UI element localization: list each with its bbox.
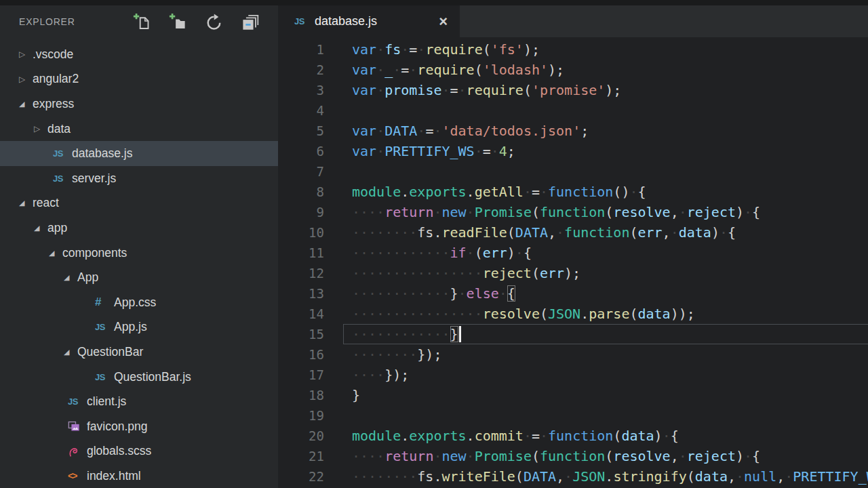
code-line-7[interactable]: 7 <box>278 161 868 182</box>
js-file-icon: JS <box>53 174 72 184</box>
file-label: react <box>33 196 59 210</box>
tree-item-app[interactable]: ◢App <box>0 265 278 290</box>
tree-item-vscode[interactable]: ▷.vscode <box>0 42 278 67</box>
code-line-19[interactable]: 19 <box>278 405 868 426</box>
collapse-all-button[interactable] <box>241 13 259 31</box>
code-line-15[interactable]: 15············} <box>278 324 868 344</box>
explorer-sidebar: EXPLORER <box>0 5 278 488</box>
line-number[interactable]: 9 <box>278 202 324 222</box>
line-number[interactable]: 1 <box>278 39 324 60</box>
code-line-9[interactable]: 9····return·new·Promise(function(resolve… <box>278 202 868 222</box>
refresh-button[interactable] <box>205 13 223 31</box>
js-file-icon: JS <box>95 372 114 382</box>
line-number[interactable]: 21 <box>278 446 324 466</box>
tree-item-express[interactable]: ◢express <box>0 92 278 117</box>
line-number[interactable]: 5 <box>278 121 324 141</box>
code-text: var·DATA·=·'data/todos.json'; <box>324 121 589 141</box>
tree-item-app-js[interactable]: JSApp.js <box>0 315 278 340</box>
code-text: module.exports.getAll·=·function()·{ <box>324 182 646 202</box>
line-number[interactable]: 11 <box>278 243 324 263</box>
line-number[interactable]: 14 <box>278 304 324 324</box>
tree-item-components[interactable]: ◢components <box>0 241 278 266</box>
code-line-17[interactable]: 17····}); <box>278 365 868 385</box>
file-label: globals.scss <box>87 444 151 458</box>
code-line-14[interactable]: 14················resolve(JSON.parse(dat… <box>278 304 868 324</box>
code-text: ············}·else·{ <box>324 283 515 304</box>
tree-item-angular2[interactable]: ▷angular2 <box>0 67 278 92</box>
image-file-icon <box>68 420 87 432</box>
code-text: var·promise·=·require('promise'); <box>324 80 621 100</box>
tree-item-server-js[interactable]: JSserver.js <box>0 166 278 191</box>
tree-item-globals-scss[interactable]: globals.scss <box>0 439 278 464</box>
chevron-expanded-icon: ◢ <box>19 100 33 108</box>
tab-database-js[interactable]: JS database.js × <box>278 5 460 37</box>
code-line-8[interactable]: 8module.exports.getAll·=·function()·{ <box>278 182 868 202</box>
scss-file-icon <box>68 445 87 458</box>
line-number[interactable]: 16 <box>278 344 324 365</box>
line-number[interactable]: 10 <box>278 222 324 243</box>
titlebar-edge <box>0 0 868 5</box>
code-text: ········fs.writeFile(DATA,·JSON.stringif… <box>324 466 868 487</box>
code-line-5[interactable]: 5var·DATA·=·'data/todos.json'; <box>278 121 868 141</box>
tree-item-app[interactable]: ◢app <box>0 216 278 241</box>
line-number[interactable]: 15 <box>278 324 324 344</box>
line-number[interactable]: 3 <box>278 80 324 100</box>
chevron-collapsed-icon: ▷ <box>19 50 33 58</box>
new-folder-button[interactable] <box>169 13 187 31</box>
code-line-11[interactable]: 11············if·(err)·{ <box>278 243 868 263</box>
line-number[interactable]: 7 <box>278 161 324 182</box>
line-number[interactable]: 13 <box>278 283 324 304</box>
line-number[interactable]: 4 <box>278 100 324 121</box>
line-number[interactable]: 22 <box>278 466 324 487</box>
tree-item-database-js[interactable]: JSdatabase.js <box>0 141 278 166</box>
line-number[interactable]: 6 <box>278 141 324 161</box>
editor-group: JS database.js × 1var·fs·=·require('fs')… <box>278 5 868 488</box>
code-line-20[interactable]: 20module.exports.commit·=·function(data)… <box>278 426 868 446</box>
file-label: database.js <box>72 146 133 161</box>
code-line-12[interactable]: 12················reject(err); <box>278 263 868 283</box>
line-number[interactable]: 19 <box>278 405 324 426</box>
code-line-4[interactable]: 4 <box>278 100 868 121</box>
js-file-icon: JS <box>294 16 315 26</box>
line-number[interactable]: 17 <box>278 365 324 385</box>
tree-item-questionbar[interactable]: ◢QuestionBar <box>0 340 278 365</box>
js-file-icon: JS <box>68 396 87 407</box>
chevron-expanded-icon: ◢ <box>34 224 47 232</box>
new-file-button[interactable] <box>133 13 151 31</box>
code-text: var·fs·=·require('fs'); <box>324 39 540 60</box>
file-label: app <box>47 221 67 235</box>
code-line-3[interactable]: 3var·promise·=·require('promise'); <box>278 80 868 100</box>
js-file-icon: JS <box>95 322 114 332</box>
code-line-2[interactable]: 2var·_·=·require('lodash'); <box>278 60 868 80</box>
tree-item-questionbar-js[interactable]: JSQuestionBar.js <box>0 365 278 390</box>
code-line-22[interactable]: 22········fs.writeFile(DATA,·JSON.string… <box>278 466 868 487</box>
line-number[interactable]: 2 <box>278 60 324 80</box>
code-line-16[interactable]: 16········}); <box>278 344 868 365</box>
code-editor[interactable]: 1var·fs·=·require('fs');2var·_·=·require… <box>278 37 868 488</box>
code-line-10[interactable]: 10········fs.readFile(DATA,·function(err… <box>278 222 868 243</box>
line-number[interactable]: 20 <box>278 426 324 446</box>
tab-bar[interactable]: JS database.js × <box>278 5 868 37</box>
code-line-6[interactable]: 6var·PRETTIFY_WS·=·4; <box>278 141 868 161</box>
file-label: index.html <box>87 469 141 483</box>
code-text: var·_·=·require('lodash'); <box>324 60 564 80</box>
code-text <box>324 405 352 426</box>
code-line-21[interactable]: 21····return·new·Promise(function(resolv… <box>278 446 868 466</box>
code-text: ····}); <box>324 365 409 385</box>
line-number[interactable]: 18 <box>278 385 324 405</box>
tree-item-react[interactable]: ◢react <box>0 191 278 216</box>
tree-item-app-css[interactable]: #App.css <box>0 290 278 315</box>
css-file-icon: # <box>95 296 114 309</box>
code-line-1[interactable]: 1var·fs·=·require('fs'); <box>278 39 868 60</box>
text-cursor <box>459 326 461 342</box>
tree-item-favicon-png[interactable]: favicon.png <box>0 414 278 439</box>
tree-item-client-js[interactable]: JSclient.js <box>0 389 278 414</box>
code-line-13[interactable]: 13············}·else·{ <box>278 283 868 304</box>
code-line-18[interactable]: 18} <box>278 385 868 405</box>
tab-close-icon[interactable]: × <box>435 14 448 29</box>
line-number[interactable]: 8 <box>278 182 324 202</box>
code-text: ················reject(err); <box>324 263 580 283</box>
line-number[interactable]: 12 <box>278 263 324 283</box>
tree-item-data[interactable]: ▷data <box>0 117 278 142</box>
tree-item-index-html[interactable]: <>index.html <box>0 464 278 488</box>
